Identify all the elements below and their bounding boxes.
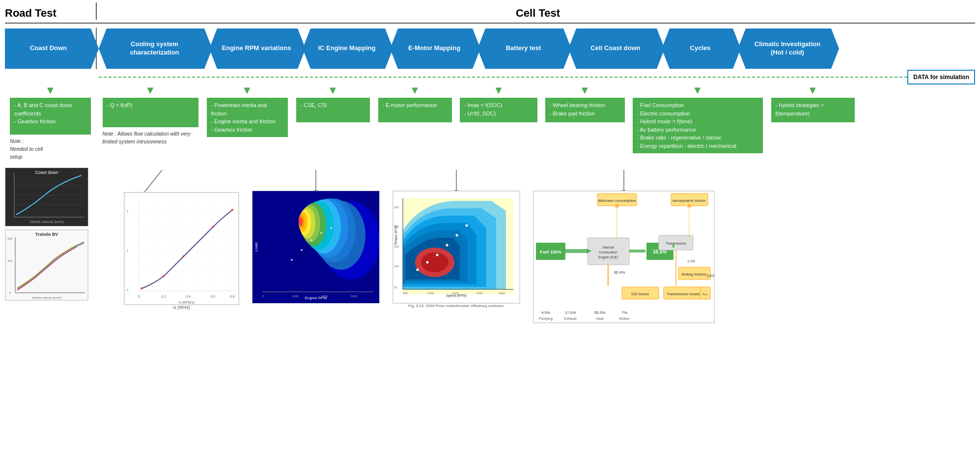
pct-friction: 7% (621, 310, 627, 315)
ic-engine-ylabel: Load (254, 243, 258, 252)
sankey-chart-wrapper: Alternator consumption Aerodynamic frict… (533, 168, 715, 323)
charts-road-col: Coast down Vehicle velocity (km/h) (5, 168, 96, 301)
step-cycles: Cycles (662, 28, 733, 69)
rolling-frictions-label: Rolling frictions (682, 272, 707, 277)
data-sim-box: DATA for simulation (907, 70, 975, 85)
trainee-bv-chart: Trainée BV 200 100 0 Vehicle velocity (k… (5, 229, 88, 301)
svg-point-66 (417, 269, 419, 271)
climatic-info-text: - Hybrid strategies = f(temperature) (776, 102, 824, 116)
flow-boxes-container: Coast Down Cooling system characterizati… (5, 28, 975, 69)
svg-point-50 (299, 217, 303, 226)
cell-coast-info-text: - Wheel bearing friction - Brake pad fri… (550, 102, 605, 116)
charts-cell-row: 0 0.2 0.4 0.6 0.8 N (RPM/s) 0 1 2 N (RPM… (107, 168, 975, 323)
svg-text:100: 100 (394, 265, 399, 268)
svg-text:2500: 2500 (452, 292, 459, 295)
engine-rpm-chart-wrapper: 0 0.2 0.4 0.6 0.8 N (RPM/s) 0 1 2 N (RPM… (124, 168, 239, 310)
dashed-cell: DATA for simulation (99, 70, 975, 85)
svg-text:3000: 3000 (321, 295, 328, 298)
ice-losses-label: ICE losses (631, 292, 649, 296)
svg-text:5000: 5000 (351, 295, 358, 298)
svg-line-9 (142, 170, 162, 195)
cell-coast-info-col: ▼ - Wheel bearing friction - Brake pad f… (542, 85, 628, 122)
coast-down-info-box: - A, B and C coast down coefficients - G… (10, 98, 91, 135)
sankey-svg: Alternator consumption Aerodynamic frict… (533, 191, 714, 323)
step-cell-coast-label: Cell Coast down (590, 44, 640, 53)
battery-info-text: - Imax = f(SOC) - U=f(I, SOC) (464, 102, 502, 116)
ic-engine-info-box: - CSE, CSI (296, 98, 370, 122)
down-arrow-cell-coast: ▼ (580, 85, 590, 96)
coast-down-chart1-title: Coast down (35, 170, 58, 175)
step-cell-coast: Cell Coast down (568, 28, 657, 69)
engine-rpm-info-col: ▼ - Powertrain inertia and friction - En… (203, 85, 291, 137)
page-wrapper: Road Test Cell Test Coast Down Cooling s… (0, 0, 980, 327)
down-arrow-e-motor: ▼ (410, 85, 420, 96)
ic-engine-svg: Engine RPM Load 0 1000 3000 5000 (252, 191, 379, 303)
svg-text:500: 500 (403, 292, 408, 295)
e-motor-info-box: - E-motor performance (378, 98, 452, 122)
battery-info-col: ▼ - Imax = f(SOC) - U=f(I, SOC) (456, 85, 541, 122)
step-engine-rpm: Engine RPM variations (209, 28, 298, 69)
step-climatic: Climatic Investigation (Hot / cold) (738, 28, 831, 69)
svg-text:200: 200 (394, 225, 399, 228)
cycles-info-col: ▼ - Fuel Consumption - Electric consumpt… (629, 85, 766, 153)
ice-label3: Engine (ICE) (598, 255, 618, 259)
cooling-info-col: ▼ - Q = f(dP) Note : Allows flow calcula… (99, 85, 202, 146)
svg-text:1500: 1500 (427, 292, 434, 295)
info-section: ▼ - A, B and C coast down coefficients -… (5, 85, 975, 161)
down-arrow-coast-down: ▼ (45, 85, 56, 96)
svg-text:5500: 5500 (499, 292, 505, 295)
cooling-note: Note : Allows flow calculation with very… (103, 130, 198, 146)
pct-1-1: 1.1% (687, 259, 695, 263)
down-arrow-cooling: ▼ (145, 85, 156, 96)
coast-down-svg-1: Coast down Vehicle velocity (km/h) (5, 168, 88, 226)
svg-text:0.8: 0.8 (230, 295, 235, 298)
step-cooling: Cooling system characterization (99, 28, 204, 69)
climatic-info-col: ▼ - Hybrid strategies = f(temperature) (767, 85, 858, 122)
svg-point-54 (320, 232, 322, 234)
flow-cell-section: Cooling system characterization Engine R… (99, 28, 975, 69)
transmission-label: Transmission (666, 242, 686, 245)
down-arrow-cycles: ▼ (692, 85, 703, 96)
coast-down-chart1-xlabel: Vehicle velocity (km/h) (29, 220, 64, 224)
rolling-friction-label: Aerodynamic friction (672, 198, 706, 203)
engine-rpm-svg: 0 0.2 0.4 0.6 0.8 N (RPM/s) 0 1 2 (124, 193, 239, 305)
svg-point-26 (212, 226, 214, 228)
step-coast-down-label: Coast Down (30, 44, 67, 53)
pct-pumping: 4.5% (541, 310, 550, 315)
step-cooling-label: Cooling system characterization (109, 40, 200, 57)
step-battery-label: Battery test (506, 44, 541, 53)
svg-text:0.2: 0.2 (161, 295, 166, 298)
pct-heat: 55.5% (594, 310, 606, 315)
svg-text:1000: 1000 (292, 295, 299, 298)
e-motor-info-text: - E-motor performance (383, 102, 437, 108)
svg-point-70 (456, 234, 458, 237)
engine-rpm-info-box: - Powertrain inertia and friction - Engi… (207, 98, 288, 137)
top-header: Road Test Cell Test (5, 4, 975, 24)
svg-text:0.6: 0.6 (210, 295, 215, 298)
step-e-motor: E-Motor Mapping (390, 28, 473, 69)
svg-point-71 (466, 224, 468, 227)
step-ic-engine: IC Engine Mapping (303, 28, 385, 69)
alternator-label: Alternator consumption (598, 198, 636, 203)
pct-exhaust: 17.0% (565, 310, 576, 315)
trainee-bv-title: Trainée BV (35, 232, 58, 237)
trainee-x-label: Vehicle velocity (km/h) (32, 296, 61, 299)
svg-text:250: 250 (394, 206, 399, 209)
trainee-y-mid: 100 (7, 259, 13, 262)
fuel-label: Fuel 100% (540, 250, 561, 254)
ic-engine-info-text: - CSE, CSI (301, 102, 327, 108)
climatic-info-box: - Hybrid strategies = f(temperature) (771, 98, 855, 122)
battery-info-box: - Imax = f(SOC) - U=f(I, SOC) (460, 98, 537, 122)
step-ic-engine-label: IC Engine Mapping (318, 44, 376, 53)
dashed-line-row: DATA for simulation (5, 71, 975, 83)
cell-test-label: Cell Test (101, 7, 975, 20)
down-arrow-battery: ▼ (493, 85, 504, 96)
svg-point-55 (330, 227, 332, 229)
down-arrow-climatic: ▼ (808, 85, 818, 96)
svg-point-53 (310, 239, 312, 241)
label-friction: friction (619, 317, 630, 320)
engine-rpm-chart: 0 0.2 0.4 0.6 0.8 N (RPM/s) 0 1 2 (124, 192, 239, 305)
cycles-info-text: - Fuel Consumption - Electric consumptio… (637, 102, 736, 149)
info-road-col: ▼ - A, B and C coast down coefficients -… (5, 85, 96, 161)
svg-point-23 (140, 287, 142, 289)
